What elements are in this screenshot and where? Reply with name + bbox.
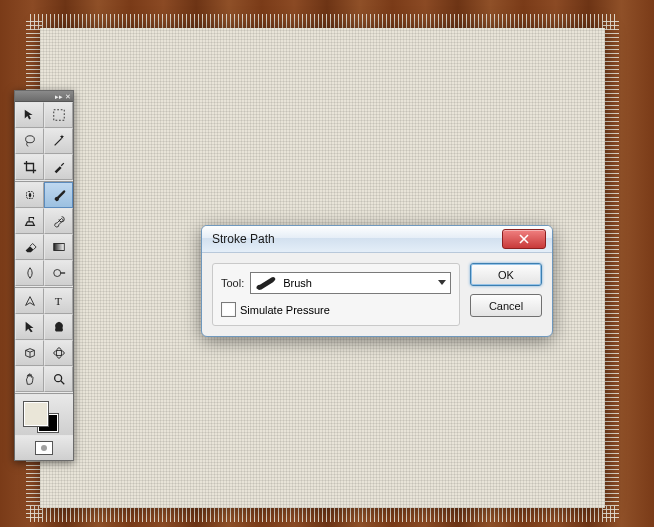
dialog-options-group: Tool: Brush Simulate Pressure <box>212 263 460 326</box>
svg-point-1 <box>25 136 34 143</box>
ok-button[interactable]: OK <box>470 263 542 286</box>
quick-mask-toggle[interactable] <box>15 435 73 460</box>
stroke-path-dialog: Stroke Path Tool: Brush Simulate Pressur… <box>201 225 553 337</box>
foreground-color-swatch[interactable] <box>23 401 49 427</box>
svg-point-6 <box>53 350 64 355</box>
eraser-tool[interactable] <box>15 234 44 260</box>
brush-icon <box>255 276 277 290</box>
tools-panel: ▸▸ ✕ T <box>14 90 74 461</box>
gradient-tool[interactable] <box>44 234 73 260</box>
history-brush-tool[interactable] <box>44 208 73 234</box>
fabric-fringe <box>603 20 619 518</box>
chevron-down-icon <box>438 280 446 285</box>
fabric-fringe <box>30 506 615 522</box>
tool-dropdown-value: Brush <box>283 277 446 289</box>
simulate-pressure-label: Simulate Pressure <box>240 304 330 316</box>
panel-collapse-icon[interactable]: ▸▸ <box>55 93 63 100</box>
type-tool[interactable]: T <box>44 288 73 314</box>
blur-tool[interactable] <box>15 260 44 286</box>
marquee-tool[interactable] <box>44 102 73 128</box>
svg-rect-3 <box>53 244 64 251</box>
color-swatches[interactable] <box>15 394 73 435</box>
hand-tool[interactable] <box>15 366 44 392</box>
panel-close-icon[interactable]: ✕ <box>65 93 71 100</box>
svg-text:T: T <box>54 295 61 307</box>
svg-point-4 <box>53 270 60 277</box>
magic-wand-tool[interactable] <box>44 128 73 154</box>
close-icon <box>519 234 529 244</box>
crop-tool[interactable] <box>15 154 44 180</box>
eyedropper-tool[interactable] <box>44 154 73 180</box>
lasso-tool[interactable] <box>15 128 44 154</box>
dodge-tool[interactable] <box>44 260 73 286</box>
svg-point-7 <box>56 348 61 359</box>
dialog-title: Stroke Path <box>212 232 502 246</box>
pen-tool[interactable] <box>15 288 44 314</box>
svg-rect-0 <box>53 110 64 121</box>
svg-point-8 <box>54 375 61 382</box>
clone-stamp-tool[interactable] <box>15 208 44 234</box>
healing-brush-tool[interactable] <box>15 182 44 208</box>
path-selection-tool[interactable] <box>15 314 44 340</box>
dialog-titlebar[interactable]: Stroke Path <box>202 226 552 253</box>
zoom-tool[interactable] <box>44 366 73 392</box>
tool-label: Tool: <box>221 277 244 289</box>
move-tool[interactable] <box>15 102 44 128</box>
simulate-pressure-checkbox[interactable] <box>221 302 236 317</box>
cancel-button[interactable]: Cancel <box>470 294 542 317</box>
brush-tool[interactable] <box>44 182 73 208</box>
tools-panel-header[interactable]: ▸▸ ✕ <box>15 91 73 102</box>
tool-dropdown[interactable]: Brush <box>250 272 451 294</box>
close-button[interactable] <box>502 229 546 249</box>
3d-object-tool[interactable] <box>15 340 44 366</box>
3d-camera-tool[interactable] <box>44 340 73 366</box>
custom-shape-tool[interactable] <box>44 314 73 340</box>
